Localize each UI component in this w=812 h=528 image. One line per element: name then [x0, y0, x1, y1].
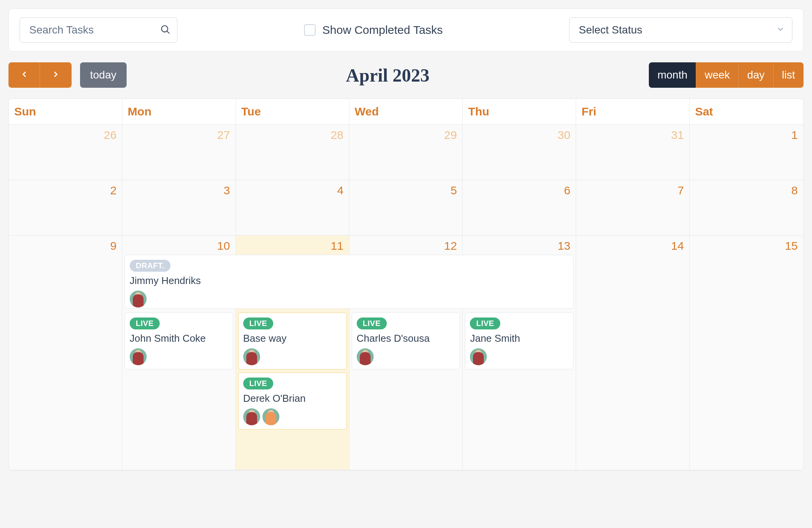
avatar	[130, 348, 147, 365]
search-wrap	[20, 17, 177, 43]
day-number: 12	[444, 239, 457, 252]
day-number: 15	[785, 239, 798, 252]
event-card[interactable]: LIVECharles D'sousa	[352, 312, 460, 369]
avatar-group	[130, 291, 568, 307]
status-badge: LIVE	[357, 317, 387, 329]
calendar-cell[interactable]: 14	[576, 236, 690, 470]
calendar-cell[interactable]: 30	[463, 125, 576, 180]
nav-buttons	[8, 62, 72, 88]
calendar-cell[interactable]: 15	[690, 236, 803, 470]
calendar-cell[interactable]: 1	[690, 125, 803, 180]
calendar-cell[interactable]: 10DRAFT.Jimmy HendriksLIVEJohn Smith Cok…	[122, 236, 236, 470]
status-badge: LIVE	[470, 317, 500, 329]
day-number: 27	[217, 129, 230, 142]
day-header: Sun	[9, 99, 122, 125]
avatar	[243, 348, 260, 365]
show-completed-toggle[interactable]: Show Completed Tasks	[304, 23, 443, 37]
view-switcher: month week day list	[649, 62, 804, 88]
day-header: Tue	[236, 99, 349, 125]
view-list-button[interactable]: list	[773, 62, 804, 88]
day-number: 1	[791, 129, 798, 142]
status-badge: LIVE	[243, 378, 273, 389]
chevron-right-icon	[52, 69, 60, 81]
calendar-cell[interactable]: 29	[349, 125, 463, 180]
next-button[interactable]	[40, 62, 72, 88]
day-number: 5	[451, 184, 457, 197]
calendar-cell[interactable]: 28	[236, 125, 349, 180]
day-number: 9	[110, 239, 117, 252]
status-select-placeholder: Select Status	[579, 24, 642, 36]
events-layer: LIVEBase wayLIVEDerek O'Brian	[236, 312, 349, 433]
event-card[interactable]: LIVEJohn Smith Coke	[125, 312, 233, 369]
avatar-group	[357, 348, 455, 365]
checkbox-icon	[304, 24, 316, 36]
event-title: Base way	[243, 333, 342, 344]
day-number: 26	[104, 129, 116, 142]
day-header: Thu	[463, 99, 576, 125]
calendar-header-row: SunMonTueWedThuFriSat	[9, 99, 803, 125]
day-number: 3	[224, 184, 230, 197]
avatar	[262, 408, 279, 425]
day-number: 30	[558, 129, 570, 142]
day-number: 13	[558, 239, 570, 252]
status-badge: LIVE	[130, 317, 160, 329]
chevron-left-icon	[20, 69, 28, 81]
day-number: 10	[217, 239, 230, 252]
calendar-cell[interactable]: 31	[576, 125, 690, 180]
calendar-cell[interactable]: 27	[122, 125, 236, 180]
day-number: 8	[791, 184, 798, 197]
show-completed-label: Show Completed Tasks	[322, 23, 443, 37]
avatar-group	[130, 348, 228, 365]
status-select-wrap: Select Status	[569, 17, 792, 43]
today-button[interactable]: today	[80, 62, 127, 88]
day-number: 31	[671, 129, 684, 142]
search-icon	[160, 24, 170, 36]
calendar-cell[interactable]: 26	[9, 125, 122, 180]
day-header: Wed	[349, 99, 463, 125]
calendar-cell[interactable]: 8	[690, 180, 803, 236]
prev-button[interactable]	[8, 62, 40, 88]
avatar	[470, 348, 487, 365]
events-layer: LIVEJane Smith	[463, 312, 576, 373]
event-card[interactable]: LIVEDerek O'Brian	[238, 373, 347, 429]
event-title: Jane Smith	[470, 333, 568, 344]
day-number: 14	[671, 239, 684, 252]
events-layer: LIVECharles D'sousa	[349, 312, 463, 373]
calendar-cell[interactable]: 4	[236, 180, 349, 236]
event-title: Charles D'sousa	[357, 333, 455, 344]
status-badge: LIVE	[243, 317, 273, 329]
view-week-button[interactable]: week	[696, 62, 738, 88]
event-card[interactable]: DRAFT.Jimmy Hendriks	[125, 255, 573, 309]
event-card[interactable]: LIVEJane Smith	[465, 312, 573, 369]
svg-line-1	[167, 31, 169, 33]
day-number: 28	[331, 129, 343, 142]
day-number: 2	[110, 184, 117, 197]
events-layer: LIVEJohn Smith Coke	[122, 312, 236, 373]
calendar-cell[interactable]: 7	[576, 180, 690, 236]
calendar-cell[interactable]: 5	[349, 180, 463, 236]
day-header: Sat	[690, 99, 803, 125]
calendar-body: 26272829303112345678910DRAFT.Jimmy Hendr…	[9, 125, 803, 470]
day-number: 7	[677, 184, 684, 197]
day-number: 6	[564, 184, 571, 197]
view-day-button[interactable]: day	[738, 62, 773, 88]
calendar-cell[interactable]: 9	[9, 236, 122, 470]
calendar: SunMonTueWedThuFriSat 262728293031123456…	[8, 99, 804, 471]
event-title: Derek O'Brian	[243, 393, 342, 404]
event-card[interactable]: LIVEBase way	[238, 312, 347, 369]
calendar-cell[interactable]: 6	[463, 180, 576, 236]
toolbar-left: today	[8, 62, 127, 88]
avatar-group	[470, 348, 568, 365]
chevron-down-icon	[776, 25, 785, 35]
view-month-button[interactable]: month	[649, 62, 696, 88]
calendar-cell[interactable]: 3	[122, 180, 236, 236]
filter-bar: Show Completed Tasks Select Status	[8, 8, 804, 52]
status-select[interactable]: Select Status	[569, 17, 792, 43]
avatar	[243, 408, 260, 425]
calendar-cell[interactable]: 2	[9, 180, 122, 236]
calendar-toolbar: today April 2023 month week day list	[8, 62, 804, 88]
day-number: 11	[331, 239, 343, 252]
avatar	[357, 348, 374, 365]
search-input[interactable]	[20, 17, 177, 43]
event-title: John Smith Coke	[130, 333, 228, 344]
